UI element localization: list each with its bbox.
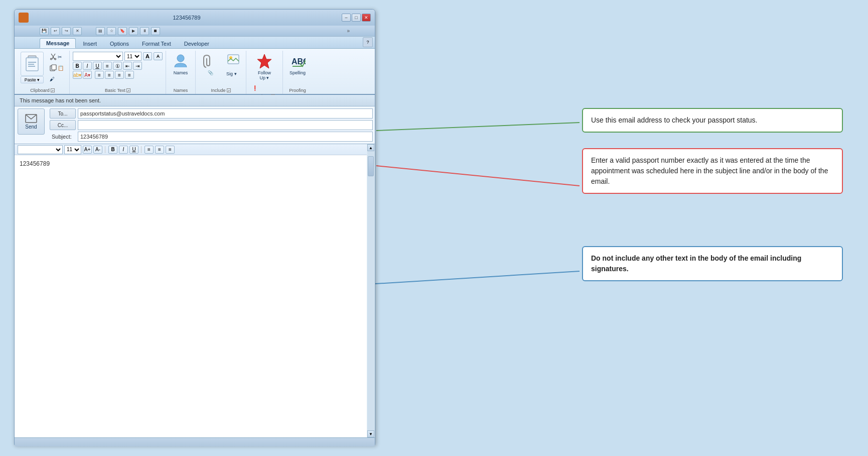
format-painter-button[interactable]: 🖌 (47, 74, 66, 84)
svg-rect-7 (24, 14, 27, 18)
followup-button[interactable]: FollowUp ▾ (249, 52, 279, 82)
align-center[interactable]: ≡ (105, 71, 114, 79)
copy-button[interactable]: 📋 (47, 63, 66, 73)
compose-area[interactable]: 11 A+ A- B I U ≡ ≡ ≡ 123456789 (15, 144, 375, 437)
signature-button[interactable]: Sig ▾ (224, 69, 243, 79)
highlight-button[interactable]: ab▾ (73, 71, 82, 79)
paste-area: Paste ▾ (19, 52, 46, 83)
compose-align-center[interactable]: ≡ (155, 146, 164, 154)
shrink-font-button[interactable]: A (154, 52, 163, 60)
ribbon-group-names: Names Names (166, 51, 196, 94)
scroll-track[interactable] (367, 151, 374, 430)
scroll-up-arrow[interactable]: ▲ (367, 144, 374, 151)
tab-options[interactable]: Options (104, 39, 135, 48)
send-button[interactable]: Send (18, 108, 45, 135)
ribbon-group-include: 📎 Sig ▾ Inc (196, 51, 246, 94)
svg-rect-14 (28, 66, 35, 67)
justify[interactable]: ≡ (125, 71, 134, 79)
include-label: Include ↗ (211, 88, 230, 93)
status-bar (15, 437, 375, 446)
tab-developer[interactable]: Developer (178, 39, 215, 48)
compose-body[interactable]: 123456789 (15, 155, 375, 172)
svg-line-0 (376, 123, 580, 131)
qa-btn8[interactable]: ▶ (129, 27, 138, 35)
cut-button[interactable]: ✂ (47, 52, 66, 62)
underline-button[interactable]: U (93, 62, 102, 70)
to-input[interactable] (78, 108, 373, 119)
outlook-window: 123456789 – □ ✕ 💾 ↩ ↪ ✕ ▤ ☆ 🔖 ▶ ⏸ ⏹ » Me… (14, 9, 375, 445)
paste-button[interactable] (21, 52, 44, 76)
scroll-thumb[interactable] (368, 156, 374, 176)
decrease-indent[interactable]: ⇤ (123, 62, 132, 70)
compose-bold[interactable]: B (108, 146, 117, 154)
compose-size-select[interactable]: 11 (64, 145, 81, 154)
compose-italic[interactable]: I (119, 146, 128, 154)
qa-undo[interactable]: ↩ (51, 27, 60, 35)
qa-close[interactable]: ✕ (73, 27, 82, 35)
bullets-button[interactable]: ≡ (103, 62, 112, 70)
svg-line-5 (375, 271, 580, 284)
clipboard-small-btns: ✂ 📋 🖌 (47, 52, 66, 84)
italic-button[interactable]: I (83, 62, 92, 70)
cc-input[interactable] (78, 120, 373, 130)
to-button[interactable]: To... (50, 108, 76, 119)
align-right[interactable]: ≡ (115, 71, 124, 79)
compose-align-left[interactable]: ≡ (144, 146, 154, 154)
spelling-button[interactable]: ABC Spelling (286, 52, 309, 77)
tab-format-text[interactable]: Format Text (136, 39, 177, 48)
maximize-button[interactable]: □ (352, 14, 361, 22)
proofing-label: Proofing (289, 88, 306, 93)
compose-underline[interactable]: U (129, 146, 138, 154)
align-left[interactable]: ≡ (95, 71, 104, 79)
ribbon-group-basic-text: 11 A A B I U ≡ ① ⇤ ⇥ ab▾ A▾ (70, 51, 166, 94)
tab-insert[interactable]: Insert (77, 39, 103, 48)
compose-grow[interactable]: A+ (83, 146, 92, 154)
picture-button[interactable] (224, 52, 243, 68)
qa-btn9[interactable]: ⏸ (140, 27, 149, 35)
quick-access-toolbar: 💾 ↩ ↪ ✕ ▤ ☆ 🔖 ▶ ⏸ ⏹ » (15, 26, 375, 37)
to-row: To... (50, 108, 373, 119)
scroll-down-arrow[interactable]: ▼ (367, 430, 374, 437)
bold-button[interactable]: B (73, 62, 82, 70)
compose-align-right[interactable]: ≡ (166, 146, 175, 154)
cc-button[interactable]: Cc... (50, 120, 76, 130)
basic-text-label: Basic Text ↗ (105, 88, 130, 93)
increase-indent[interactable]: ⇥ (133, 62, 142, 70)
qa-btn7[interactable]: 🔖 (118, 27, 127, 35)
importance-high-button[interactable]: ❗ (249, 83, 260, 93)
font-size-select[interactable]: 11 (124, 52, 141, 61)
attach-file-button[interactable]: 📎 (199, 52, 222, 77)
message-notification-bar: This message has not been sent. (15, 95, 375, 106)
svg-rect-16 (52, 65, 56, 70)
compose-shrink[interactable]: A- (93, 146, 102, 154)
close-button[interactable]: ✕ (362, 14, 371, 22)
svg-rect-8 (20, 18, 24, 21)
tab-message[interactable]: Message (40, 38, 76, 48)
minimize-button[interactable]: – (342, 14, 351, 22)
names-label: Names (174, 88, 188, 93)
compose-area-wrapper: 11 A+ A- B I U ≡ ≡ ≡ 123456789 (15, 144, 375, 437)
names-button[interactable]: Names (169, 52, 192, 77)
qa-redo[interactable]: ↪ (62, 27, 71, 35)
grow-font-button[interactable]: A (143, 52, 152, 60)
title-bar: 123456789 – □ ✕ (15, 10, 375, 26)
paste-dropdown[interactable]: Paste ▾ (21, 76, 44, 83)
font-name-select[interactable] (73, 52, 123, 61)
qa-btn5[interactable]: ▤ (96, 27, 105, 35)
vertical-scrollbar[interactable]: ▲ ▼ (367, 144, 375, 437)
ribbon-body: Paste ▾ ✂ 📋 🖌 Clipboa (15, 49, 375, 95)
compose-font-select[interactable] (18, 145, 63, 154)
compose-format-bar: 11 A+ A- B I U ≡ ≡ ≡ (15, 144, 375, 155)
ribbon-group-followup: FollowUp ▾ ❗ Options ↗ (246, 51, 283, 94)
qa-save[interactable]: 💾 (40, 27, 49, 35)
email-header-area: Send To... Cc... Subject: (15, 106, 375, 144)
font-color-button[interactable]: A▾ (83, 71, 92, 79)
qa-btn6[interactable]: ☆ (107, 27, 116, 35)
qa-btn10[interactable]: ⏹ (151, 27, 160, 35)
subject-input[interactable] (78, 132, 373, 142)
window-title: 123456789 (32, 15, 342, 21)
subject-row: Subject: (50, 132, 373, 142)
svg-point-17 (177, 55, 184, 62)
clipboard-label: Clipboard ↗ (30, 88, 55, 93)
numbering-button[interactable]: ① (113, 62, 122, 70)
